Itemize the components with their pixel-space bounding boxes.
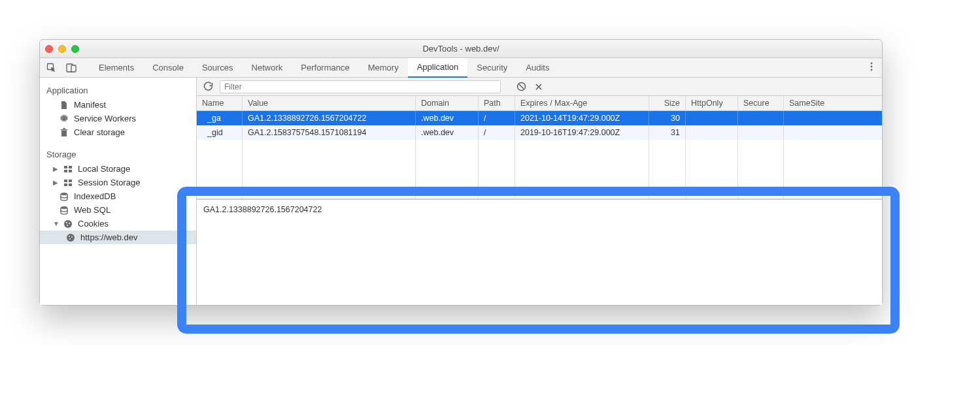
svg-rect-13 bbox=[69, 183, 72, 186]
table-row[interactable]: _ga GA1.2.1338892726.1567204722 .web.dev… bbox=[197, 111, 882, 125]
tab-label: Sources bbox=[202, 63, 233, 72]
tab-label: Application bbox=[417, 62, 459, 72]
titlebar: DevTools - web.dev/ bbox=[40, 40, 882, 58]
devtools-window: DevTools - web.dev/ Elements Console Sou… bbox=[39, 39, 883, 306]
sidebar-item-clear-storage[interactable]: Clear storage bbox=[40, 125, 196, 139]
sidebar-item-cookies[interactable]: ▼ Cookies bbox=[40, 217, 196, 230]
cookie-detail-pane: GA1.2.1338892726.1567204722 bbox=[197, 199, 882, 305]
tab-network[interactable]: Network bbox=[243, 58, 292, 78]
svg-rect-12 bbox=[64, 183, 67, 186]
svg-rect-7 bbox=[69, 166, 72, 168]
chevron-right-icon: ▶ bbox=[53, 179, 59, 186]
sidebar-group-application: Application bbox=[40, 82, 196, 98]
gear-icon bbox=[59, 114, 70, 123]
chevron-right-icon: ▶ bbox=[53, 165, 59, 172]
cell-domain: .web.dev bbox=[416, 111, 479, 125]
sidebar-item-local-storage[interactable]: ▶ Local Storage bbox=[40, 162, 196, 176]
zoom-window-button[interactable] bbox=[71, 45, 79, 53]
cell-expires: 2021-10-14T19:47:29.000Z bbox=[515, 111, 649, 125]
column-header-domain[interactable]: Domain bbox=[416, 96, 479, 110]
cookies-table: Name Value Domain Path Expires / Max-Age… bbox=[197, 96, 882, 199]
tab-memory[interactable]: Memory bbox=[359, 58, 408, 78]
tab-label: Audits bbox=[526, 63, 549, 72]
window-controls bbox=[45, 45, 79, 53]
cell-size: 30 bbox=[649, 111, 686, 125]
cell-path: / bbox=[479, 111, 515, 125]
column-header-secure[interactable]: Secure bbox=[738, 96, 784, 110]
svg-point-15 bbox=[61, 206, 67, 209]
devtools-tabbar: Elements Console Sources Network Perform… bbox=[40, 58, 882, 78]
sidebar-item-label: Web SQL bbox=[74, 205, 110, 215]
column-header-path[interactable]: Path bbox=[479, 96, 515, 110]
sidebar-item-label: https://web.dev bbox=[80, 232, 137, 242]
database-icon bbox=[59, 206, 70, 215]
tab-sources[interactable]: Sources bbox=[193, 58, 243, 78]
cell-httponly bbox=[686, 125, 738, 140]
filter-input[interactable] bbox=[220, 80, 501, 93]
column-header-size[interactable]: Size bbox=[649, 96, 686, 110]
sidebar-item-service-workers[interactable]: Service Workers bbox=[40, 112, 196, 125]
sidebar-item-websql[interactable]: Web SQL bbox=[40, 203, 196, 217]
cell-value: GA1.2.1338892726.1567204722 bbox=[243, 111, 416, 125]
svg-point-17 bbox=[66, 222, 67, 223]
sidebar-item-session-storage[interactable]: ▶ Session Storage bbox=[40, 176, 196, 189]
sidebar-item-manifest[interactable]: Manifest bbox=[40, 98, 196, 112]
refresh-icon[interactable] bbox=[202, 80, 214, 93]
tab-elements[interactable]: Elements bbox=[90, 58, 143, 78]
svg-rect-8 bbox=[64, 170, 67, 172]
tab-console[interactable]: Console bbox=[143, 58, 193, 78]
more-options-icon[interactable] bbox=[866, 61, 877, 74]
svg-point-19 bbox=[67, 225, 68, 226]
tab-label: Performance bbox=[301, 63, 349, 72]
column-header-expires[interactable]: Expires / Max-Age bbox=[515, 96, 649, 110]
svg-point-14 bbox=[61, 193, 67, 195]
cell-value: GA1.2.1583757548.1571081194 bbox=[243, 125, 416, 140]
tab-audits[interactable]: Audits bbox=[516, 58, 558, 78]
tab-label: Console bbox=[152, 63, 184, 72]
svg-rect-11 bbox=[69, 180, 72, 182]
svg-point-4 bbox=[871, 66, 873, 68]
cookie-detail-value: GA1.2.1338892726.1567204722 bbox=[203, 205, 322, 214]
tab-performance[interactable]: Performance bbox=[292, 58, 358, 78]
inspect-element-icon[interactable] bbox=[45, 61, 58, 74]
tab-application[interactable]: Application bbox=[408, 58, 468, 78]
close-window-button[interactable] bbox=[45, 45, 53, 53]
tab-label: Elements bbox=[99, 63, 134, 72]
sidebar-item-label: Clear storage bbox=[74, 127, 125, 137]
sidebar-item-label: Local Storage bbox=[78, 164, 130, 174]
column-header-value[interactable]: Value bbox=[243, 96, 416, 110]
sidebar-item-indexeddb[interactable]: IndexedDB bbox=[40, 189, 196, 203]
table-row[interactable]: _gid GA1.2.1583757548.1571081194 .web.de… bbox=[197, 125, 882, 140]
column-header-name[interactable]: Name bbox=[197, 96, 243, 110]
sidebar-item-cookies-origin[interactable]: https://web.dev bbox=[40, 230, 196, 244]
tab-security[interactable]: Security bbox=[467, 58, 516, 78]
svg-point-16 bbox=[64, 220, 72, 228]
clear-all-icon[interactable] bbox=[515, 80, 528, 93]
svg-point-5 bbox=[871, 69, 873, 71]
sidebar-group-storage: Storage bbox=[40, 146, 196, 162]
database-icon bbox=[59, 192, 70, 201]
cookies-toolbar bbox=[197, 78, 882, 96]
svg-rect-2 bbox=[71, 65, 76, 72]
sidebar-item-label: IndexedDB bbox=[74, 191, 116, 201]
table-header-row: Name Value Domain Path Expires / Max-Age… bbox=[197, 96, 882, 111]
trash-icon bbox=[59, 128, 70, 137]
device-toolbar-icon[interactable] bbox=[65, 61, 78, 74]
delete-selected-icon[interactable] bbox=[533, 81, 545, 93]
application-sidebar: Application Manifest Service Workers Cle… bbox=[40, 78, 197, 305]
column-header-samesite[interactable]: SameSite bbox=[784, 96, 882, 110]
cell-size: 31 bbox=[649, 125, 686, 140]
column-header-httponly[interactable]: HttpOnly bbox=[686, 96, 738, 110]
cell-secure bbox=[738, 125, 784, 140]
grid-icon bbox=[63, 165, 74, 174]
cookie-icon bbox=[66, 233, 76, 242]
cookie-icon bbox=[63, 219, 74, 229]
cell-samesite bbox=[784, 125, 882, 140]
cell-name: _gid bbox=[197, 125, 243, 140]
cell-samesite bbox=[784, 111, 882, 125]
cell-secure bbox=[738, 111, 784, 125]
cell-name: _ga bbox=[197, 111, 243, 125]
file-icon bbox=[59, 101, 70, 110]
minimize-window-button[interactable] bbox=[58, 45, 66, 53]
tab-label: Network bbox=[252, 63, 283, 72]
